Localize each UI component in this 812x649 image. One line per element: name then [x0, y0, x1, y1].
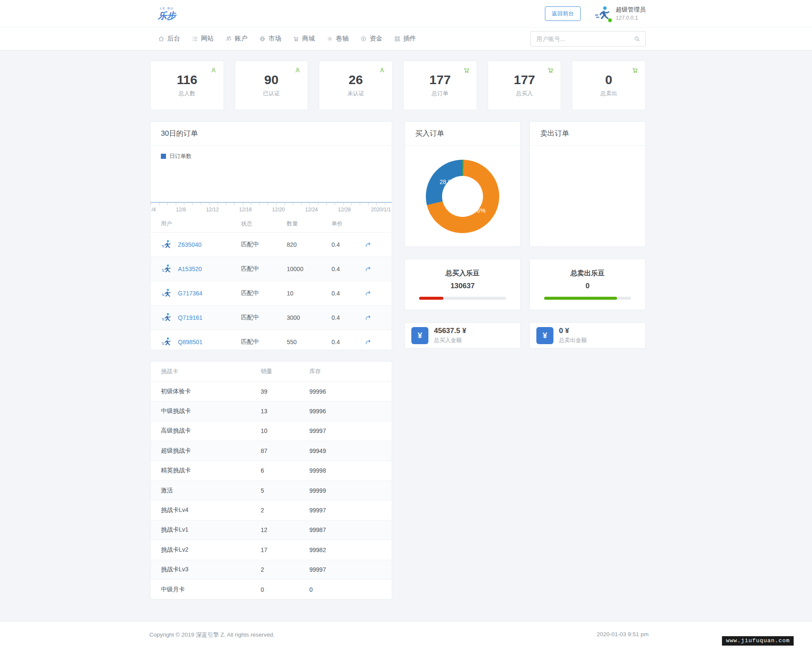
- nav-item[interactable]: 后台: [158, 35, 180, 43]
- sell-beans-progress: [544, 297, 631, 300]
- card-sales: 17: [261, 547, 309, 553]
- card-sales: 13: [261, 408, 309, 415]
- stat-card: 90 已认证: [235, 61, 309, 110]
- nav-item[interactable]: 卷轴: [326, 35, 349, 43]
- sell-orders-title: 卖出订单: [530, 122, 645, 146]
- challenge-table-header: 挑战卡销量库存: [151, 362, 392, 381]
- order-price: 0.4: [332, 339, 364, 345]
- sell-beans-title: 总卖出乐豆: [570, 269, 605, 278]
- person-icon: [294, 67, 301, 74]
- chart-legend[interactable]: 日订单数: [161, 152, 392, 160]
- table-row: A153520 匹配中 10000 0.4: [151, 257, 392, 281]
- yen-icon: ¥: [411, 327, 428, 344]
- order-user-link[interactable]: G717364: [178, 290, 241, 297]
- search-input[interactable]: [536, 35, 634, 43]
- card-sales: 2: [261, 507, 309, 514]
- buy-amount-value: 45637.5 ¥: [434, 327, 466, 334]
- orders-table-header: 用户状态数量单价: [151, 215, 392, 232]
- nav-item-label: 卷轴: [336, 35, 349, 43]
- nav-item[interactable]: 插件: [394, 35, 416, 43]
- order-qty: 10000: [287, 266, 332, 272]
- sell-orders-panel: 卖出订单: [530, 121, 646, 247]
- nav-item[interactable]: 账户: [225, 35, 247, 43]
- orders-column-header: 状态: [241, 220, 287, 228]
- order-detail-arrow-icon[interactable]: [364, 265, 372, 273]
- order-user-link[interactable]: Z635040: [178, 241, 241, 248]
- card-sales: 10: [261, 427, 309, 434]
- cart-icon: [547, 67, 554, 74]
- grid-icon: [394, 35, 401, 42]
- runner-icon: [161, 312, 172, 323]
- card-sales: 5: [261, 487, 309, 494]
- sell-beans-value: 0: [585, 282, 589, 290]
- sell-amount-value: 0 ¥: [559, 327, 587, 334]
- order-detail-arrow-icon[interactable]: [364, 314, 372, 322]
- card-stock: 0: [309, 586, 381, 593]
- nav-item[interactable]: 商城: [293, 35, 315, 43]
- order-qty: 10: [287, 290, 332, 297]
- orders-30d-panel: 30日的订单 日订单数 /412/812/1212/1612/2012/2412…: [150, 121, 392, 350]
- order-detail-arrow-icon[interactable]: [364, 289, 372, 297]
- user-avatar[interactable]: [594, 5, 611, 23]
- card-name: 中级挑战卡: [161, 407, 261, 415]
- card-stock: 99997: [309, 427, 381, 434]
- card-stock: 99982: [309, 547, 381, 553]
- back-to-front-button[interactable]: 返回前台: [545, 6, 581, 21]
- card-name: 挑战卡Lv1: [161, 526, 261, 534]
- challenge-column-header: 挑战卡: [161, 368, 261, 375]
- orders-30d-title: 30日的订单: [151, 122, 392, 146]
- cart-icon: [293, 35, 300, 42]
- site-watermark: www.jiufuquan.com: [722, 636, 794, 646]
- x-tick-label: 12/20: [272, 207, 285, 213]
- order-status: 匹配中: [241, 314, 287, 322]
- orders-line-chart: 日订单数: [151, 146, 392, 202]
- app-logo[interactable]: LE BU 乐步: [158, 7, 176, 20]
- total-buy-beans-card: 总买入乐豆 130637: [405, 259, 521, 310]
- logo-text: 乐步: [158, 11, 176, 20]
- runner-icon: [161, 288, 172, 299]
- order-user-link[interactable]: A153520: [178, 266, 241, 272]
- user-name: 超级管理员: [616, 6, 646, 14]
- card-sales: 2: [261, 566, 309, 573]
- nav-item-label: 后台: [167, 35, 180, 43]
- user-meta: 超级管理员 127.0.0.1: [616, 6, 646, 21]
- donut-label-orange: 70.6%: [469, 207, 486, 214]
- order-price: 0.4: [332, 290, 364, 297]
- orders-table-body: Z635040 匹配中 820 0.4 A153520 匹配中 10000: [151, 232, 392, 354]
- card-stock: 99987: [309, 526, 381, 533]
- order-detail-arrow-icon[interactable]: [364, 338, 372, 346]
- card-stock: 99998: [309, 467, 381, 474]
- card-stock: 99997: [309, 566, 381, 573]
- order-pies-row: 买入订单 28.8% 70.6% 卖出订单: [405, 121, 646, 247]
- stat-card: 177 总买入: [488, 61, 562, 110]
- order-user-link[interactable]: Q719161: [178, 314, 241, 321]
- card-name: 超级挑战卡: [161, 447, 261, 455]
- nav-item-label: 插件: [403, 35, 416, 43]
- order-detail-arrow-icon[interactable]: [364, 241, 372, 248]
- table-row: G717364 匹配中 10 0.4: [151, 281, 392, 305]
- order-user-link[interactable]: Q898501: [178, 339, 241, 345]
- home-icon: [158, 35, 165, 42]
- stat-label: 总人数: [179, 90, 195, 97]
- user-ip: 127.0.0.1: [616, 15, 646, 21]
- table-row: 精英挑战卡 6 99998: [151, 461, 392, 480]
- challenge-table-body: 初级体验卡 39 99996 中级挑战卡 13 99996 高级挑战卡 10 9…: [151, 381, 392, 599]
- card-sales: 0: [261, 586, 309, 593]
- sell-amount-label: 总卖出金额: [559, 336, 587, 344]
- order-qty: 3000: [287, 314, 332, 321]
- legend-swatch: [161, 154, 166, 159]
- card-name: 高级挑战卡: [161, 427, 261, 435]
- cart-icon: [632, 67, 639, 74]
- order-qty: 550: [287, 339, 332, 345]
- card-stock: 99996: [309, 388, 381, 395]
- stat-label: 总买入: [516, 90, 533, 97]
- nav-item[interactable]: 市场: [259, 35, 281, 43]
- search-icon[interactable]: [634, 35, 640, 42]
- nav-item[interactable]: 网站: [192, 35, 214, 43]
- order-status: 匹配中: [241, 241, 287, 248]
- stat-label: 总订单: [432, 90, 448, 97]
- order-price: 0.4: [332, 266, 364, 272]
- card-stock: 99997: [309, 507, 381, 514]
- nav-item[interactable]: 资金: [360, 35, 382, 43]
- sell-beans-progress-fill: [544, 297, 617, 300]
